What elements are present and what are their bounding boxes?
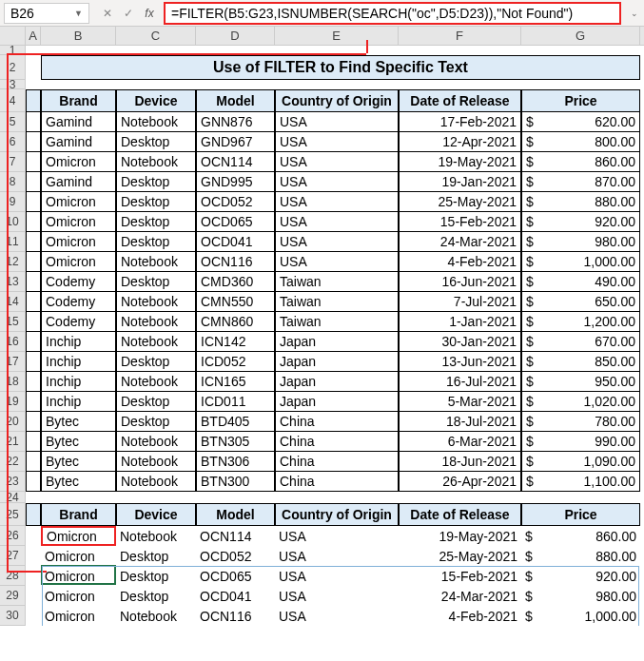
cell-device[interactable]: Notebook [116, 606, 196, 626]
cell-device[interactable]: Notebook [116, 472, 196, 492]
row-header[interactable]: 26 [0, 526, 26, 546]
row-header[interactable]: 24 [0, 492, 26, 503]
cell-date[interactable]: 16-Jul-2021 [399, 372, 521, 392]
cell-device[interactable]: Desktop [116, 352, 196, 372]
cell[interactable] [26, 586, 41, 606]
row-header[interactable]: 22 [0, 452, 26, 472]
cell-price[interactable]: $980.00 [521, 586, 640, 606]
cell[interactable] [26, 192, 41, 212]
cell-device[interactable]: Notebook [116, 152, 196, 172]
row-header[interactable]: 10 [0, 212, 26, 232]
cell-device[interactable]: Desktop [116, 566, 196, 586]
cell-device[interactable]: Notebook [116, 372, 196, 392]
formula-input[interactable]: =FILTER(B5:G23,ISNUMBER(SEARCH("oc",D5:D… [164, 2, 621, 25]
cell-date[interactable]: 26-Apr-2021 [399, 472, 521, 492]
cell-date[interactable]: 7-Jul-2021 [399, 292, 521, 312]
cell-brand[interactable]: Omicron [41, 252, 116, 272]
cell-date[interactable]: 1-Jan-2021 [399, 312, 521, 332]
cell-price[interactable]: $880.00 [521, 546, 640, 566]
cell[interactable] [26, 566, 41, 586]
cell-brand[interactable]: Codemy [41, 312, 116, 332]
row-header[interactable]: 27 [0, 546, 26, 566]
cell-device[interactable]: Notebook [116, 452, 196, 472]
cell-date[interactable]: 24-Mar-2021 [399, 586, 521, 606]
row-header[interactable]: 7 [0, 152, 26, 172]
cell-brand[interactable]: Codemy [41, 292, 116, 312]
filter-header[interactable]: Model [196, 503, 275, 526]
filter-header[interactable]: Brand [41, 503, 116, 526]
cell-country[interactable]: China [275, 412, 399, 432]
cell-date[interactable]: 25-May-2021 [399, 546, 521, 566]
cell-model[interactable]: GND995 [196, 172, 275, 192]
cell-model[interactable]: OCN116 [196, 252, 275, 272]
cell-country[interactable]: Japan [275, 352, 399, 372]
cell-brand[interactable]: Omicron [41, 192, 116, 212]
cell-country[interactable]: USA [275, 232, 399, 252]
cell-country[interactable]: USA [275, 112, 399, 132]
table-header[interactable]: Model [196, 89, 275, 112]
cell-brand[interactable]: Omicron [41, 526, 116, 546]
table-header[interactable]: Date of Release [399, 89, 521, 112]
cell-price[interactable]: $860.00 [521, 152, 640, 172]
cell-brand[interactable]: Inchip [41, 372, 116, 392]
cell-device[interactable]: Desktop [116, 132, 196, 152]
col-header[interactable]: B [41, 27, 116, 45]
cell-price[interactable]: $860.00 [521, 526, 640, 546]
row-header[interactable]: 23 [0, 472, 26, 492]
cell-brand[interactable]: Omicron [41, 586, 116, 606]
table-header[interactable]: Country of Origin [275, 89, 399, 112]
row-header[interactable]: 21 [0, 432, 26, 452]
cell-model[interactable]: CMD360 [196, 272, 275, 292]
cell-model[interactable]: OCD041 [196, 586, 275, 606]
cell-date[interactable]: 19-May-2021 [399, 526, 521, 546]
cell[interactable] [26, 112, 41, 132]
table-header[interactable]: Device [116, 89, 196, 112]
cell-country[interactable]: USA [275, 526, 399, 546]
cell-brand[interactable]: Omicron [41, 212, 116, 232]
col-header[interactable]: G [521, 27, 640, 45]
confirm-icon[interactable]: ✓ [120, 7, 137, 20]
row-header[interactable]: 3 [0, 80, 26, 89]
cell-price[interactable]: $990.00 [521, 432, 640, 452]
cell[interactable] [26, 232, 41, 252]
cell-brand[interactable]: Inchip [41, 352, 116, 372]
table-header[interactable]: Brand [41, 89, 116, 112]
cell-country[interactable]: China [275, 432, 399, 452]
cell-date[interactable]: 13-Jun-2021 [399, 352, 521, 372]
cell-date[interactable]: 19-Jan-2021 [399, 172, 521, 192]
cell[interactable] [26, 212, 41, 232]
cell-model[interactable]: BTN300 [196, 472, 275, 492]
cell[interactable] [26, 372, 41, 392]
row-header[interactable]: 2 [0, 55, 26, 80]
cell-device[interactable]: Notebook [116, 112, 196, 132]
cell-price[interactable]: $1,100.00 [521, 472, 640, 492]
cell-price[interactable]: $650.00 [521, 292, 640, 312]
cell[interactable] [26, 412, 41, 432]
cell-model[interactable]: OCD052 [196, 192, 275, 212]
cell-model[interactable]: ICD052 [196, 352, 275, 372]
select-all-cell[interactable] [0, 27, 26, 45]
cell[interactable] [26, 503, 41, 526]
cell-device[interactable]: Notebook [116, 312, 196, 332]
cell[interactable] [26, 526, 41, 546]
col-header[interactable]: D [196, 27, 275, 45]
cell[interactable] [26, 432, 41, 452]
cell[interactable] [26, 312, 41, 332]
row-header[interactable]: 17 [0, 352, 26, 372]
cell[interactable] [26, 352, 41, 372]
cell-device[interactable]: Desktop [116, 546, 196, 566]
cell-model[interactable]: GNN876 [196, 112, 275, 132]
cell-country[interactable]: Taiwan [275, 312, 399, 332]
cell-country[interactable]: Japan [275, 332, 399, 352]
cell-model[interactable]: CMN550 [196, 292, 275, 312]
col-header[interactable]: E [275, 27, 399, 45]
cell-country[interactable]: USA [275, 252, 399, 272]
chevron-down-icon[interactable]: ▼ [74, 9, 83, 18]
cell-device[interactable]: Desktop [116, 392, 196, 412]
cell-device[interactable]: Desktop [116, 586, 196, 606]
cell-device[interactable]: Desktop [116, 272, 196, 292]
name-box[interactable]: B26 ▼ [4, 3, 89, 24]
col-header[interactable]: F [399, 27, 521, 45]
cell-price[interactable]: $1,200.00 [521, 312, 640, 332]
cell-model[interactable]: ICN165 [196, 372, 275, 392]
